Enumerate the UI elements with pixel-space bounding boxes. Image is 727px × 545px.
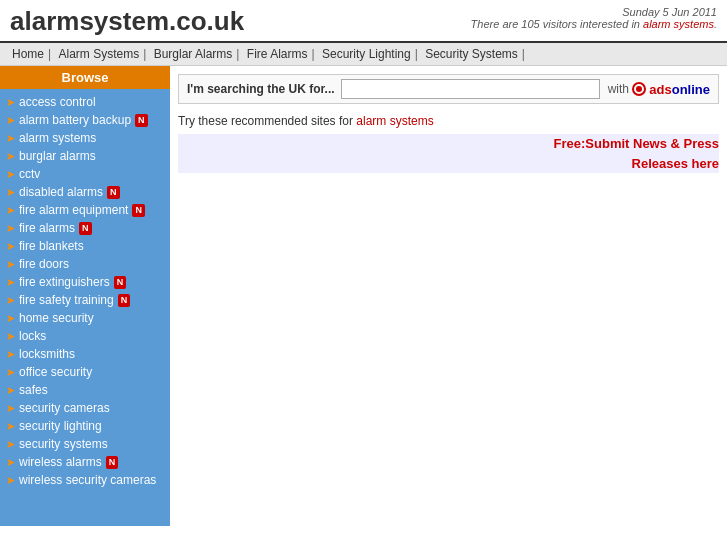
list-item: ➤ fire safety training N <box>0 291 170 309</box>
sidebar-label: locks <box>19 329 46 343</box>
arrow-icon: ➤ <box>6 276 15 289</box>
sidebar-label: wireless alarms <box>19 455 102 469</box>
site-title: alarmsystem.co.uk <box>10 6 244 37</box>
sidebar-item-wireless-alarms[interactable]: ➤ wireless alarms N <box>0 454 170 470</box>
arrow-icon: ➤ <box>6 114 15 127</box>
search-bar: I'm searching the UK for... with adsonli… <box>178 74 719 104</box>
header: alarmsystem.co.uk Sunday 5 Jun 2011 Ther… <box>0 0 727 43</box>
visitors-text: There are 105 visitors interested in ala… <box>471 18 717 30</box>
sidebar-label: access control <box>19 95 96 109</box>
sidebar-item-fire-blankets[interactable]: ➤ fire blankets <box>0 238 170 254</box>
list-item: ➤ fire doors <box>0 255 170 273</box>
list-item: ➤ safes <box>0 381 170 399</box>
list-item: ➤ wireless security cameras <box>0 471 170 489</box>
main-layout: Browse ➤ access control ➤ alarm battery … <box>0 66 727 526</box>
sidebar: Browse ➤ access control ➤ alarm battery … <box>0 66 170 526</box>
arrow-icon: ➤ <box>6 294 15 307</box>
list-item: ➤ alarm battery backup N <box>0 111 170 129</box>
arrow-icon: ➤ <box>6 258 15 271</box>
ads-suffix: online <box>672 82 710 97</box>
nav-sep6: | <box>522 47 525 61</box>
nav-alarm-systems[interactable]: Alarm Systems <box>58 47 139 61</box>
list-item: ➤ wireless alarms N <box>0 453 170 471</box>
sidebar-label: alarm battery backup <box>19 113 131 127</box>
nav-security-systems[interactable]: Security Systems <box>425 47 518 61</box>
sidebar-item-security-systems[interactable]: ➤ security systems <box>0 436 170 452</box>
arrow-icon: ➤ <box>6 348 15 361</box>
arrow-icon: ➤ <box>6 132 15 145</box>
sidebar-item-alarm-systems[interactable]: ➤ alarm systems <box>0 130 170 146</box>
visitors-suffix: . <box>714 18 717 30</box>
recommended-text: Try these recommended sites for alarm sy… <box>178 114 719 128</box>
arrow-icon: ➤ <box>6 438 15 451</box>
sidebar-item-office-security[interactable]: ➤ office security <box>0 364 170 380</box>
sidebar-item-fire-alarm-equipment[interactable]: ➤ fire alarm equipment N <box>0 202 170 218</box>
search-input[interactable] <box>341 79 600 99</box>
new-badge: N <box>132 204 145 217</box>
sidebar-label: security cameras <box>19 401 110 415</box>
visitors-prefix: There are 105 visitors interested in <box>471 18 643 30</box>
content-area: I'm searching the UK for... with adsonli… <box>170 66 727 526</box>
sidebar-label: fire doors <box>19 257 69 271</box>
ads-prefix: ads <box>649 82 671 97</box>
date-text: Sunday 5 Jun 2011 <box>471 6 717 18</box>
new-badge: N <box>106 456 119 469</box>
arrow-icon: ➤ <box>6 186 15 199</box>
nav-sep2: | <box>143 47 146 61</box>
sidebar-item-fire-alarms[interactable]: ➤ fire alarms N <box>0 220 170 236</box>
list-item: ➤ security lighting <box>0 417 170 435</box>
recommended-link[interactable]: alarm systems <box>356 114 433 128</box>
sidebar-item-locksmiths[interactable]: ➤ locksmiths <box>0 346 170 362</box>
search-label: I'm searching the UK for... <box>187 82 335 96</box>
sidebar-item-fire-doors[interactable]: ➤ fire doors <box>0 256 170 272</box>
arrow-icon: ➤ <box>6 456 15 469</box>
nav-fire-alarms[interactable]: Fire Alarms <box>247 47 308 61</box>
list-item: ➤ security systems <box>0 435 170 453</box>
arrow-icon: ➤ <box>6 96 15 109</box>
arrow-icon: ➤ <box>6 222 15 235</box>
list-item: ➤ office security <box>0 363 170 381</box>
sidebar-item-home-security[interactable]: ➤ home security <box>0 310 170 326</box>
list-item: ➤ alarm systems <box>0 129 170 147</box>
arrow-icon: ➤ <box>6 474 15 487</box>
arrow-icon: ➤ <box>6 240 15 253</box>
free-submit-line1: Free:Submit News & Press <box>554 136 719 151</box>
sidebar-label: alarm systems <box>19 131 96 145</box>
list-item: ➤ access control <box>0 93 170 111</box>
arrow-icon: ➤ <box>6 420 15 433</box>
list-item: ➤ fire alarms N <box>0 219 170 237</box>
sidebar-item-burglar-alarms[interactable]: ➤ burglar alarms <box>0 148 170 164</box>
visitors-link[interactable]: alarm systems <box>643 18 714 30</box>
sidebar-item-security-cameras[interactable]: ➤ security cameras <box>0 400 170 416</box>
sidebar-item-locks[interactable]: ➤ locks <box>0 328 170 344</box>
new-badge: N <box>79 222 92 235</box>
free-submit-line2: Releases here <box>632 156 719 171</box>
sidebar-label: locksmiths <box>19 347 75 361</box>
recommended-prefix: Try these recommended sites for <box>178 114 356 128</box>
free-submit-link[interactable]: Free:Submit News & Press Releases here <box>554 136 719 171</box>
sidebar-label: burglar alarms <box>19 149 96 163</box>
sidebar-item-security-lighting[interactable]: ➤ security lighting <box>0 418 170 434</box>
sidebar-item-fire-extinguishers[interactable]: ➤ fire extinguishers N <box>0 274 170 290</box>
sidebar-label: fire safety training <box>19 293 114 307</box>
sidebar-item-cctv[interactable]: ➤ cctv <box>0 166 170 182</box>
sidebar-label: security lighting <box>19 419 102 433</box>
ads-icon <box>632 82 646 96</box>
sidebar-item-fire-safety-training[interactable]: ➤ fire safety training N <box>0 292 170 308</box>
new-badge: N <box>135 114 148 127</box>
arrow-icon: ➤ <box>6 312 15 325</box>
sidebar-item-alarm-battery-backup[interactable]: ➤ alarm battery backup N <box>0 112 170 128</box>
list-item: ➤ burglar alarms <box>0 147 170 165</box>
list-item: ➤ locks <box>0 327 170 345</box>
nav-security-lighting[interactable]: Security Lighting <box>322 47 411 61</box>
nav-home[interactable]: Home <box>12 47 44 61</box>
sidebar-item-access-control[interactable]: ➤ access control <box>0 94 170 110</box>
nav-burglar-alarms[interactable]: Burglar Alarms <box>154 47 233 61</box>
sidebar-item-safes[interactable]: ➤ safes <box>0 382 170 398</box>
sidebar-label: office security <box>19 365 92 379</box>
sidebar-item-wireless-security-cameras[interactable]: ➤ wireless security cameras <box>0 472 170 488</box>
sidebar-label: security systems <box>19 437 108 451</box>
nav-sep3: | <box>236 47 239 61</box>
sidebar-list: ➤ access control ➤ alarm battery backup … <box>0 89 170 493</box>
sidebar-item-disabled-alarms[interactable]: ➤ disabled alarms N <box>0 184 170 200</box>
